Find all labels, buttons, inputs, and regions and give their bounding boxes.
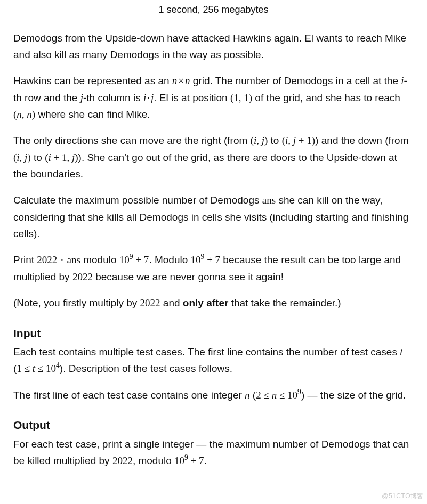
plus1: + 1 xyxy=(296,135,312,146)
math-n-range: 2 ≤ n ≤ 109 xyxy=(256,389,301,401)
heading-output: Output xyxy=(13,416,414,435)
text: (Note, you firstly multiply by xyxy=(13,297,140,308)
exp: 9 xyxy=(130,253,133,261)
paragraph-print: Print 2022 · ans modulo 109 + 7. Modulo … xyxy=(13,251,414,285)
comma: , xyxy=(20,152,25,163)
exp: 9 xyxy=(184,454,188,462)
math-ij: (i, j) xyxy=(251,135,268,146)
exp: 9 xyxy=(297,388,301,396)
text: to xyxy=(31,152,45,163)
text: Calculate the maximum possible number of… xyxy=(13,194,262,206)
times: × xyxy=(177,75,185,86)
math-1-1: (1, 1) xyxy=(230,92,252,103)
math-2022: 2022 xyxy=(112,455,133,466)
math-t: t xyxy=(400,346,402,357)
math-ans: ans xyxy=(262,194,276,206)
dot: · xyxy=(146,92,151,103)
text: modulo xyxy=(80,254,119,265)
text: to xyxy=(268,135,281,146)
output-para-1: For each test case, print a single integ… xyxy=(13,436,414,469)
text: ) — the size of the grid. xyxy=(301,389,406,401)
text: grid. The number of Demodogs in a cell a… xyxy=(190,75,401,86)
math-i-dot-j: i·j xyxy=(143,92,154,103)
math-t-range: 1 ≤ t ≤ 104 xyxy=(17,363,60,374)
n: n xyxy=(172,75,178,86)
text: , modulo xyxy=(133,455,174,466)
n: n xyxy=(185,75,190,86)
comma: , xyxy=(67,152,72,163)
upper-base: ≤ 10 xyxy=(277,389,297,401)
comma: , xyxy=(288,135,293,146)
text: Each test contains multiple test cases. … xyxy=(13,346,400,357)
math-n-n: (n, n) xyxy=(13,109,35,120)
paragraph-note: (Note, you firstly multiply by 2022 and … xyxy=(13,295,414,311)
math-mod-2: 109 + 7 xyxy=(191,254,221,265)
math-i-j1: (i, j + 1) xyxy=(282,135,315,146)
dot: · xyxy=(57,254,67,265)
text: . Modulo xyxy=(149,254,190,265)
limits-line: 1 second, 256 megabytes xyxy=(13,0,414,20)
plus7: + 7 xyxy=(204,254,220,265)
base: 10 xyxy=(174,455,184,466)
math-nxn: n×n xyxy=(172,75,190,86)
plus1: + 1 xyxy=(51,152,67,163)
text: ) and the down (from xyxy=(315,135,408,146)
paragraph-calculate: Calculate the maximum possible number of… xyxy=(13,192,414,242)
text: Demodogs from the Upside-down have attac… xyxy=(13,32,406,60)
text: because we are never gonna see it again! xyxy=(93,271,284,282)
text: Hawkins can be represented as an xyxy=(13,75,172,86)
math-i1-j: (i + 1, j) xyxy=(45,152,78,163)
text: ). Description of the test cases follows… xyxy=(60,363,232,374)
comma: , xyxy=(256,135,262,146)
input-para-2: The first line of each test case contain… xyxy=(13,387,414,403)
math-mod: 109 + 7 xyxy=(174,455,204,466)
comma: , xyxy=(22,109,27,120)
text: ( xyxy=(250,389,256,401)
paragraph-moves: The only directions she can move are the… xyxy=(13,132,414,182)
lower: 1 ≤ xyxy=(17,363,32,374)
lower: 2 ≤ xyxy=(256,389,271,401)
text: that take the remainder.) xyxy=(228,297,341,308)
text: where she can find Mike. xyxy=(35,109,150,120)
text: Print xyxy=(13,254,37,265)
text: and xyxy=(160,297,183,308)
n: n xyxy=(272,389,277,401)
heading-input: Input xyxy=(13,324,414,343)
num: 2022 xyxy=(37,254,57,265)
plus7: + 7 xyxy=(188,455,204,466)
paragraph-grid: Hawkins can be represented as an n×n gri… xyxy=(13,72,414,123)
ans: ans xyxy=(67,254,80,265)
math-2022: 2022 xyxy=(140,297,160,308)
base: 10 xyxy=(191,254,201,265)
plus7: + 7 xyxy=(133,254,149,265)
text: . xyxy=(204,455,207,466)
text: -th column is xyxy=(83,92,143,103)
math-ij-2: (i, j) xyxy=(13,152,31,163)
base: 10 xyxy=(119,254,130,265)
n: n xyxy=(27,109,32,120)
upper-base: ≤ 10 xyxy=(35,363,56,374)
paragraph-intro: Demodogs from the Upside-down have attac… xyxy=(13,30,414,63)
math-2022-ans: 2022 · ans xyxy=(37,254,80,265)
n: n xyxy=(17,109,22,120)
input-para-1: Each test contains multiple test cases. … xyxy=(13,344,414,377)
text: of the grid, and she has to reach xyxy=(252,92,400,103)
math-n: n xyxy=(245,389,250,401)
text: The first line of each test case contain… xyxy=(13,389,245,401)
text: For each test case, print a single integ… xyxy=(13,438,409,466)
math-2022: 2022 xyxy=(72,271,93,282)
text: The only directions she can move are the… xyxy=(13,135,251,146)
bold-only-after: only after xyxy=(183,297,229,308)
math-mod-1: 109 + 7 xyxy=(119,254,149,265)
text: . El is at position xyxy=(154,92,230,103)
watermark: @51CTO博客 xyxy=(382,491,424,502)
exp: 4 xyxy=(56,362,60,370)
